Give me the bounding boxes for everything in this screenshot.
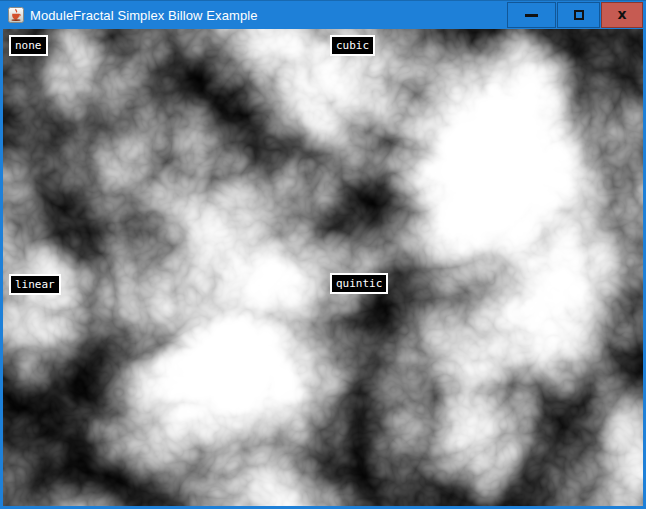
noise-label-quintic: quintic (330, 273, 388, 294)
titlebar[interactable]: ModuleFractal Simplex Billow Example x (0, 0, 646, 29)
noise-label-linear: linear (9, 274, 61, 295)
noise-canvas (3, 29, 643, 506)
window-controls: x (507, 2, 643, 28)
java-coffee-cup-icon (8, 7, 24, 23)
app-window: ModuleFractal Simplex Billow Example x n… (0, 0, 646, 509)
minimize-icon (525, 14, 538, 17)
maximize-button[interactable] (557, 2, 600, 28)
noise-label-cubic: cubic (330, 35, 375, 56)
noise-label-none: none (9, 35, 48, 56)
close-button[interactable]: x (601, 2, 643, 28)
maximize-icon (574, 10, 584, 20)
noise-viewport: none cubic linear quintic (3, 29, 643, 506)
window-title: ModuleFractal Simplex Billow Example (30, 8, 258, 23)
minimize-button[interactable] (507, 2, 556, 28)
